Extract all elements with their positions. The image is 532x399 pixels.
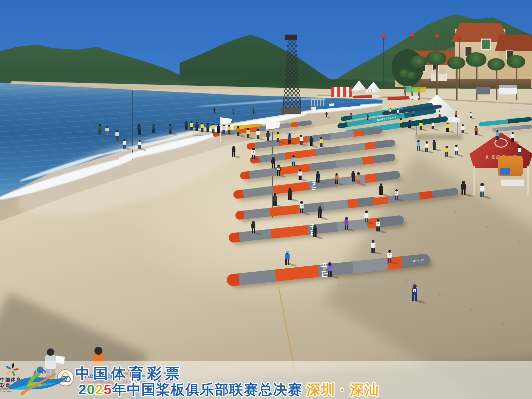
person-torso — [379, 186, 383, 191]
person-legs — [480, 191, 484, 197]
person-head — [116, 130, 118, 132]
person-legs — [247, 134, 250, 138]
sand-debris — [142, 230, 144, 231]
person — [356, 172, 361, 185]
person-torso — [344, 220, 349, 225]
person — [454, 144, 459, 156]
person — [122, 139, 127, 149]
person-torso — [371, 243, 375, 248]
person — [227, 125, 231, 134]
person-legs — [233, 112, 234, 114]
sand-debris — [454, 211, 457, 213]
person-legs — [252, 154, 255, 159]
red-lantern — [410, 33, 414, 37]
person-head — [289, 133, 291, 136]
person-legs — [214, 111, 215, 113]
person-legs — [222, 130, 225, 134]
person-head — [272, 157, 274, 159]
person-legs — [316, 178, 319, 183]
race-bib-number: 19 — [300, 204, 303, 207]
person-head — [426, 141, 428, 144]
person-head — [47, 348, 54, 356]
person-head — [352, 171, 354, 173]
person — [231, 146, 236, 157]
person-legs — [397, 112, 398, 115]
sand-debris — [190, 342, 192, 343]
person-torso — [288, 135, 291, 139]
person-torso — [412, 111, 414, 114]
person-legs — [201, 128, 203, 132]
year-digit: 0 — [87, 382, 95, 397]
person — [389, 108, 392, 114]
person-head — [99, 124, 101, 126]
person-head — [365, 210, 368, 213]
person-torso — [310, 138, 313, 142]
person-legs — [496, 136, 499, 140]
person-head — [138, 124, 140, 126]
person-torso — [364, 213, 368, 217]
person — [137, 124, 141, 135]
person — [364, 210, 369, 223]
sand-debris — [470, 308, 473, 311]
sand-debris — [58, 318, 59, 319]
dome — [440, 68, 446, 74]
person-torso — [455, 112, 458, 115]
person-legs — [455, 151, 458, 155]
person-torso — [217, 126, 220, 129]
person — [319, 137, 323, 148]
person-torso — [300, 137, 303, 141]
person-head — [252, 148, 254, 150]
person-legs — [367, 118, 369, 120]
person — [309, 136, 313, 147]
person-head — [310, 136, 313, 138]
person-torso — [232, 110, 234, 112]
person-torso — [397, 110, 399, 113]
person-legs — [138, 130, 141, 135]
person-torso — [115, 132, 119, 136]
person-legs — [400, 123, 402, 127]
person-legs — [462, 129, 464, 133]
person — [287, 188, 292, 200]
event-banner-strip — [406, 87, 426, 92]
person — [287, 133, 292, 144]
person — [312, 225, 317, 237]
person-head — [299, 169, 301, 172]
person-legs — [299, 175, 302, 180]
person — [334, 173, 339, 184]
person-head — [446, 146, 448, 148]
person-legs — [300, 208, 303, 213]
person-head — [462, 181, 465, 184]
person-torso — [496, 132, 499, 136]
person-legs — [190, 126, 193, 130]
sand-debris — [42, 221, 43, 221]
person-torso — [266, 133, 270, 137]
person-torso — [138, 142, 141, 146]
tent-leg — [473, 166, 475, 195]
person — [424, 141, 429, 152]
palm-fronds — [447, 57, 465, 69]
person — [351, 171, 355, 182]
person-head — [433, 140, 436, 142]
person-torso — [480, 186, 484, 192]
person-legs — [237, 131, 239, 136]
person-legs — [445, 152, 448, 157]
person-head — [400, 118, 402, 120]
sand-debris — [138, 265, 139, 265]
person-torso — [408, 121, 411, 125]
person-legs — [335, 179, 338, 184]
person — [446, 122, 450, 132]
person-legs — [232, 152, 235, 157]
person — [517, 146, 522, 157]
person-legs — [376, 226, 380, 231]
sand-debris — [122, 347, 123, 348]
person-head — [289, 188, 291, 191]
dome-building — [431, 73, 447, 81]
person-head — [274, 193, 276, 196]
person-legs — [313, 232, 317, 237]
year-digit: 5 — [104, 382, 112, 397]
person-head — [455, 145, 458, 147]
person-legs — [217, 129, 220, 133]
person-legs — [277, 171, 280, 176]
person — [408, 120, 411, 129]
person — [327, 262, 333, 277]
